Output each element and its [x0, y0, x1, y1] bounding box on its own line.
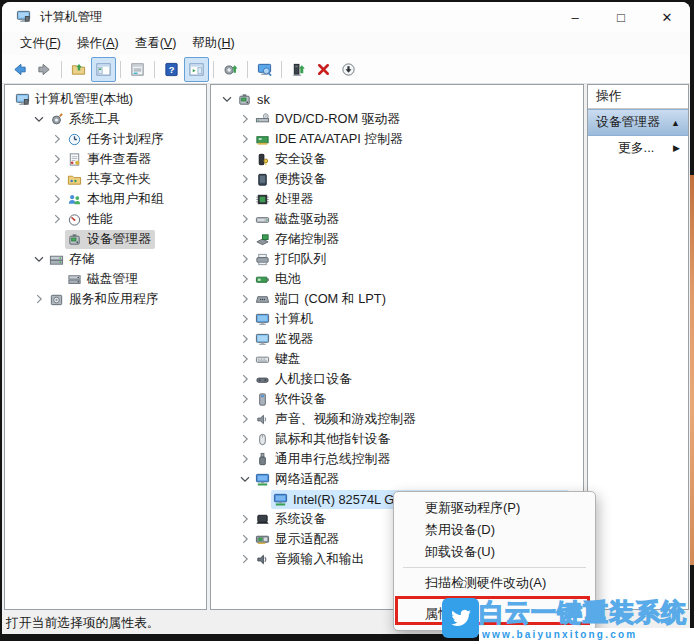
forward-button[interactable]: [32, 57, 57, 82]
tree-item[interactable]: sk: [211, 89, 583, 109]
chevron-down-icon[interactable]: [219, 91, 235, 107]
context-menu-item[interactable]: 扫描检测硬件改动(A): [394, 572, 595, 594]
tree-item[interactable]: 磁盘驱动器: [211, 209, 583, 229]
collapse-arrow-icon[interactable]: ▲: [671, 118, 680, 128]
chevron-right-icon[interactable]: [237, 171, 253, 187]
minimize-button[interactable]: –: [552, 2, 598, 32]
tree-item-label: 任务计划程序: [87, 131, 164, 148]
chevron-right-icon[interactable]: [49, 191, 65, 207]
chevron-right-icon[interactable]: [237, 271, 253, 287]
tree-item[interactable]: 性能: [5, 209, 206, 229]
tree-item[interactable]: 存储: [5, 249, 206, 269]
chevron-right-icon[interactable]: [49, 151, 65, 167]
tree-item[interactable]: 任务计划程序: [5, 129, 206, 149]
tree-item[interactable]: 服务和应用程序: [5, 289, 206, 309]
chevron-right-icon[interactable]: [237, 211, 253, 227]
chevron-right-icon[interactable]: [237, 231, 253, 247]
disable-device-button[interactable]: [336, 57, 361, 82]
storage-controller-icon: [254, 231, 271, 247]
tree-item[interactable]: 网络适配器: [211, 469, 583, 489]
chevron-placeholder: [49, 231, 65, 247]
menu-h[interactable]: 帮助(H): [184, 33, 242, 54]
tree-item[interactable]: 电池: [211, 269, 583, 289]
properties-window-button[interactable]: [125, 57, 150, 82]
scan-hardware-button[interactable]: [252, 57, 277, 82]
enable-device-button[interactable]: [286, 57, 311, 82]
chevron-right-icon[interactable]: [237, 131, 253, 147]
context-menu-item[interactable]: 禁用设备(D): [394, 519, 595, 541]
tree-item[interactable]: DVD/CD-ROM 驱动器: [211, 109, 583, 129]
tree-item-label: 处理器: [275, 191, 313, 208]
desktop-background: [690, 175, 694, 565]
tree-item[interactable]: 计算机: [211, 309, 583, 329]
audio-io-icon: [254, 551, 271, 567]
chevron-down-icon[interactable]: [31, 251, 47, 267]
chevron-right-icon[interactable]: [237, 531, 253, 547]
chevron-down-icon[interactable]: [237, 471, 253, 487]
chevron-down-icon[interactable]: [31, 111, 47, 127]
tree-item[interactable]: 鼠标和其他指针设备: [211, 429, 583, 449]
monitor-icon: [254, 331, 271, 347]
uninstall-device-button[interactable]: [311, 57, 336, 82]
maximize-button[interactable]: □: [598, 2, 644, 32]
tree-item-label: 电池: [275, 271, 301, 288]
tree-item[interactable]: 软件设备: [211, 389, 583, 409]
status-text: 打开当前选择项的属性表。: [6, 615, 160, 632]
chevron-right-icon[interactable]: [237, 251, 253, 267]
show-console-tree-button[interactable]: [91, 57, 116, 82]
chevron-right-icon[interactable]: [237, 111, 253, 127]
tree-item[interactable]: 便携设备: [211, 169, 583, 189]
menu-v[interactable]: 查看(V): [127, 33, 185, 54]
tree-item[interactable]: 系统工具: [5, 109, 206, 129]
chevron-right-icon[interactable]: [237, 371, 253, 387]
tree-item[interactable]: 存储控制器: [211, 229, 583, 249]
close-button[interactable]: ✕: [644, 2, 690, 32]
menu-f[interactable]: 文件(F): [12, 33, 69, 54]
tree-item[interactable]: 本地用户和组: [5, 189, 206, 209]
show-action-pane-button[interactable]: [184, 57, 209, 82]
chevron-right-icon[interactable]: [49, 211, 65, 227]
context-menu-item[interactable]: 更新驱动程序(P): [394, 497, 595, 519]
menu-a[interactable]: 操作(A): [69, 33, 127, 54]
chevron-right-icon[interactable]: [237, 511, 253, 527]
tree-item-label: Intel(R) 82574L G: [293, 492, 394, 507]
menu-separator: [403, 567, 586, 568]
chevron-right-icon[interactable]: [237, 151, 253, 167]
chevron-right-icon[interactable]: [237, 391, 253, 407]
tree-item[interactable]: 声音、视频和游戏控制器: [211, 409, 583, 429]
tree-item[interactable]: 键盘: [211, 349, 583, 369]
tree-item[interactable]: 监视器: [211, 329, 583, 349]
tree-item[interactable]: 通用串行总线控制器: [211, 449, 583, 469]
tree-item[interactable]: 设备管理器: [5, 229, 206, 249]
tree-item[interactable]: 端口 (COM 和 LPT): [211, 289, 583, 309]
tree-item[interactable]: 打印队列: [211, 249, 583, 269]
chevron-right-icon[interactable]: [31, 291, 47, 307]
chevron-right-icon[interactable]: [237, 191, 253, 207]
up-folder-button[interactable]: [66, 57, 91, 82]
chevron-right-icon[interactable]: [49, 171, 65, 187]
tree-item[interactable]: 事件查看器: [5, 149, 206, 169]
tree-item[interactable]: 磁盘管理: [5, 269, 206, 289]
chevron-right-icon[interactable]: [49, 131, 65, 147]
chevron-right-icon[interactable]: [237, 411, 253, 427]
tree-item[interactable]: 处理器: [211, 189, 583, 209]
chevron-right-icon[interactable]: [237, 551, 253, 567]
tree-item[interactable]: 计算机管理(本地): [5, 89, 206, 109]
update-driver-button[interactable]: [218, 57, 243, 82]
actions-more-item[interactable]: 更多... ▶: [588, 136, 688, 160]
tree-item[interactable]: IDE ATA/ATAPI 控制器: [211, 129, 583, 149]
chevron-right-icon[interactable]: [237, 451, 253, 467]
tree-item[interactable]: 安全设备: [211, 149, 583, 169]
chevron-right-icon[interactable]: [237, 331, 253, 347]
chevron-right-icon[interactable]: [237, 311, 253, 327]
chevron-right-icon[interactable]: [237, 431, 253, 447]
chevron-right-icon[interactable]: [237, 351, 253, 367]
chevron-right-icon[interactable]: [237, 291, 253, 307]
tree-item[interactable]: 共享文件夹: [5, 169, 206, 189]
actions-section-device-manager[interactable]: 设备管理器 ▲: [588, 109, 688, 136]
tree-item[interactable]: 人机接口设备: [211, 369, 583, 389]
context-menu-item[interactable]: 卸载设备(U): [394, 541, 595, 563]
local-users-icon: [66, 191, 83, 207]
back-button[interactable]: [7, 57, 32, 82]
help-button[interactable]: ?: [159, 57, 184, 82]
